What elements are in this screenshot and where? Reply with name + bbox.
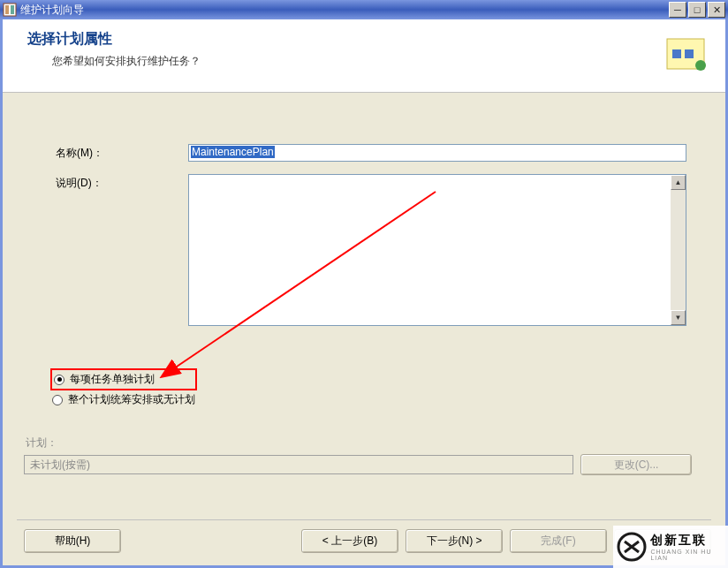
wizard-button-bar: 帮助(H) < 上一步(B) 下一步(N) > 完成(F) 取消 bbox=[17, 519, 711, 553]
radio-separate-schedule[interactable]: 每项任务单独计划 bbox=[50, 368, 197, 390]
scroll-up-icon[interactable]: ▲ bbox=[671, 175, 686, 190]
svg-rect-1 bbox=[5, 5, 9, 14]
name-input[interactable]: MaintenancePlan bbox=[188, 144, 686, 162]
svg-rect-4 bbox=[672, 49, 681, 58]
svg-point-6 bbox=[695, 60, 706, 71]
radio-single-schedule[interactable]: 整个计划统筹安排或无计划 bbox=[50, 390, 197, 409]
close-button[interactable]: ✕ bbox=[708, 2, 725, 18]
watermark-brand: 创新互联 bbox=[650, 533, 728, 549]
svg-rect-5 bbox=[685, 49, 694, 58]
radio-label-2: 整个计划统筹安排或无计划 bbox=[68, 392, 195, 407]
radio-icon bbox=[54, 375, 64, 385]
wizard-icon bbox=[662, 30, 711, 80]
schedule-section: 计划： 未计划(按需) 更改(C)... bbox=[20, 435, 695, 475]
help-button[interactable]: 帮助(H) bbox=[24, 529, 121, 553]
help-label: 帮助(H) bbox=[55, 534, 91, 549]
radio-label-1: 每项任务单独计划 bbox=[70, 372, 155, 387]
app-icon bbox=[3, 3, 17, 17]
window-title: 维护计划向导 bbox=[20, 3, 669, 18]
schedule-value: 未计划(按需) bbox=[30, 458, 90, 473]
window-body: 选择计划属性 您希望如何安排执行维护任务？ 名称(M)： Maintenance… bbox=[0, 19, 728, 568]
scroll-down-icon[interactable]: ▼ bbox=[671, 310, 686, 325]
scrollbar[interactable]: ▲ ▼ bbox=[671, 175, 686, 325]
back-button[interactable]: < 上一步(B) bbox=[301, 529, 398, 553]
desc-label: 说明(D)： bbox=[56, 174, 188, 191]
name-row: 名称(M)： MaintenancePlan bbox=[56, 144, 686, 162]
next-label: 下一步(N) > bbox=[427, 534, 482, 549]
finish-button: 完成(F) bbox=[510, 529, 607, 553]
finish-label: 完成(F) bbox=[541, 534, 575, 549]
page-subtitle: 您希望如何安排执行维护任务？ bbox=[52, 54, 201, 69]
next-button[interactable]: 下一步(N) > bbox=[406, 529, 503, 553]
page-title: 选择计划属性 bbox=[27, 30, 201, 49]
name-value: MaintenancePlan bbox=[191, 146, 275, 158]
watermark-sub: CHUANG XIN HU LIAN bbox=[650, 549, 728, 561]
schedule-display: 未计划(按需) bbox=[24, 455, 573, 474]
change-btn-label: 更改(C)... bbox=[614, 458, 659, 473]
form-area: 名称(M)： MaintenancePlan 说明(D)： ▲ ▼ 每项任务单独… bbox=[3, 93, 725, 475]
wizard-header: 选择计划属性 您希望如何安排执行维护任务？ bbox=[3, 19, 725, 93]
back-label: < 上一步(B) bbox=[322, 534, 377, 549]
watermark: 创新互联 CHUANG XIN HU LIAN bbox=[613, 526, 728, 568]
schedule-radio-group: 每项任务单独计划 整个计划统筹安排或无计划 bbox=[47, 365, 206, 413]
svg-rect-2 bbox=[11, 5, 14, 14]
window-controls: ─ □ ✕ bbox=[669, 2, 725, 18]
desc-textarea[interactable]: ▲ ▼ bbox=[188, 174, 686, 326]
desc-row: 说明(D)： ▲ ▼ bbox=[56, 174, 686, 326]
minimize-button[interactable]: ─ bbox=[669, 2, 686, 18]
titlebar: 维护计划向导 ─ □ ✕ bbox=[0, 0, 728, 19]
maximize-button[interactable]: □ bbox=[688, 2, 706, 18]
name-label: 名称(M)： bbox=[56, 144, 188, 161]
change-schedule-button: 更改(C)... bbox=[580, 454, 692, 475]
schedule-label: 计划： bbox=[26, 435, 692, 451]
watermark-logo-icon bbox=[617, 531, 647, 563]
radio-icon bbox=[52, 395, 63, 405]
